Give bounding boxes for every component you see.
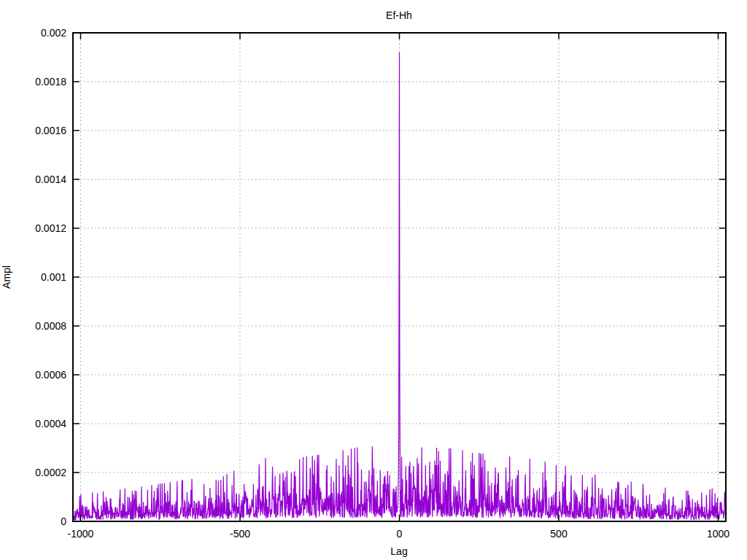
correlation-chart: -1000-5000500100000.00020.00040.00060.00… — [0, 0, 747, 560]
y-tick-label: 0.0004 — [35, 418, 66, 429]
y-tick-label: 0 — [61, 516, 66, 527]
x-tick-label: 1000 — [707, 528, 729, 540]
y-tick-label: 0.0006 — [35, 369, 66, 381]
tick-label-layer: -1000-5000500100000.00020.00040.00060.00… — [35, 27, 729, 540]
x-tick-label: -500 — [230, 528, 250, 540]
y-tick-label: 0.0012 — [35, 222, 66, 234]
x-tick-label: 0 — [397, 528, 403, 540]
chart-title: Ef-Hh — [386, 9, 412, 21]
plot-window: -1000-5000500100000.00020.00040.00060.00… — [0, 0, 747, 560]
x-tick-label: 500 — [550, 528, 568, 540]
y-axis-label: Ampl — [1, 265, 12, 289]
x-tick-label: -1000 — [68, 528, 94, 540]
y-tick-label: 0.002 — [41, 27, 66, 39]
y-tick-label: 0.0014 — [35, 174, 66, 185]
x-axis-label: Lag — [390, 545, 407, 557]
y-tick-label: 0.0008 — [35, 320, 66, 332]
y-tick-label: 0.0016 — [35, 125, 66, 136]
y-tick-label: 0.0002 — [35, 467, 66, 478]
y-tick-label: 0.0018 — [35, 76, 66, 88]
series-layer — [73, 52, 725, 520]
series-line — [73, 52, 725, 520]
y-tick-label: 0.001 — [41, 271, 66, 283]
